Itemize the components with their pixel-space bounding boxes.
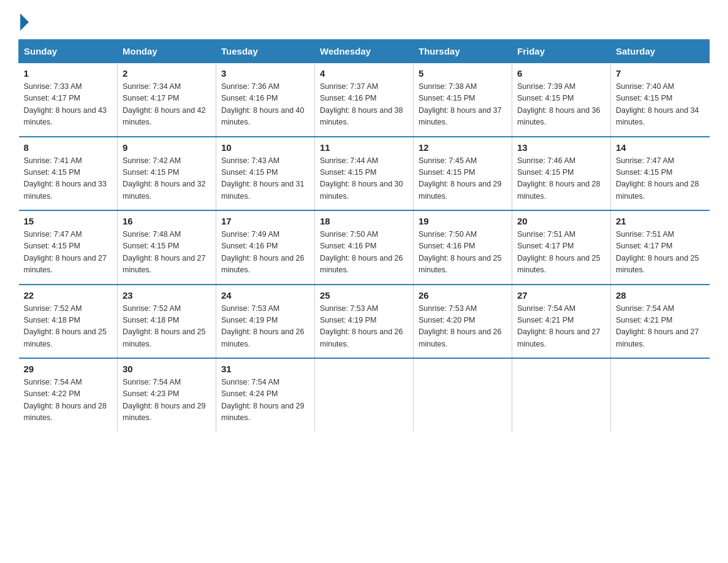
day-cell: 12 Sunrise: 7:45 AMSunset: 4:15 PMDaylig… [414, 137, 512, 211]
col-tuesday: Tuesday [216, 40, 315, 63]
day-cell: 17 Sunrise: 7:49 AMSunset: 4:16 PMDaylig… [216, 210, 315, 285]
day-info: Sunrise: 7:37 AMSunset: 4:16 PMDaylight:… [320, 82, 403, 126]
day-number: 16 [123, 216, 211, 226]
week-row-1: 1 Sunrise: 7:33 AMSunset: 4:17 PMDayligh… [19, 63, 710, 137]
day-info: Sunrise: 7:47 AMSunset: 4:15 PMDaylight:… [24, 230, 107, 274]
day-cell [414, 358, 512, 432]
day-cell: 27 Sunrise: 7:54 AMSunset: 4:21 PMDaylig… [512, 285, 611, 359]
day-info: Sunrise: 7:54 AMSunset: 4:22 PMDaylight:… [24, 378, 107, 422]
day-number: 21 [616, 216, 705, 226]
day-info: Sunrise: 7:53 AMSunset: 4:19 PMDaylight:… [320, 304, 403, 348]
day-info: Sunrise: 7:49 AMSunset: 4:16 PMDaylight:… [221, 230, 305, 274]
day-number: 26 [419, 290, 507, 301]
day-number: 1 [24, 68, 113, 79]
day-number: 4 [320, 68, 408, 79]
week-row-3: 15 Sunrise: 7:47 AMSunset: 4:15 PMDaylig… [19, 210, 710, 285]
day-info: Sunrise: 7:51 AMSunset: 4:17 PMDaylight:… [616, 230, 699, 274]
day-cell: 4 Sunrise: 7:37 AMSunset: 4:16 PMDayligh… [315, 63, 414, 137]
day-info: Sunrise: 7:48 AMSunset: 4:15 PMDaylight:… [123, 230, 206, 274]
day-cell: 24 Sunrise: 7:53 AMSunset: 4:19 PMDaylig… [216, 285, 315, 359]
calendar-table: Sunday Monday Tuesday Wednesday Thursday… [18, 39, 710, 432]
day-info: Sunrise: 7:39 AMSunset: 4:15 PMDaylight:… [517, 82, 601, 126]
day-info: Sunrise: 7:52 AMSunset: 4:18 PMDaylight:… [123, 304, 206, 348]
day-number: 31 [221, 364, 309, 374]
day-number: 28 [616, 290, 705, 301]
day-number: 6 [517, 68, 605, 79]
day-number: 7 [616, 68, 705, 79]
day-cell: 18 Sunrise: 7:50 AMSunset: 4:16 PMDaylig… [315, 210, 414, 285]
day-number: 19 [419, 216, 507, 226]
day-info: Sunrise: 7:52 AMSunset: 4:18 PMDaylight:… [24, 304, 107, 348]
day-info: Sunrise: 7:40 AMSunset: 4:15 PMDaylight:… [616, 82, 699, 126]
day-info: Sunrise: 7:36 AMSunset: 4:16 PMDaylight:… [221, 82, 305, 126]
logo [18, 12, 29, 28]
day-cell: 21 Sunrise: 7:51 AMSunset: 4:17 PMDaylig… [611, 210, 710, 285]
col-thursday: Thursday [414, 40, 512, 63]
col-wednesday: Wednesday [315, 40, 414, 63]
col-friday: Friday [512, 40, 611, 63]
day-number: 11 [320, 142, 408, 153]
day-cell: 20 Sunrise: 7:51 AMSunset: 4:17 PMDaylig… [512, 210, 611, 285]
day-number: 5 [419, 68, 507, 79]
day-cell: 10 Sunrise: 7:43 AMSunset: 4:15 PMDaylig… [216, 137, 315, 211]
day-cell [315, 358, 414, 432]
day-info: Sunrise: 7:50 AMSunset: 4:16 PMDaylight:… [320, 230, 403, 274]
day-info: Sunrise: 7:54 AMSunset: 4:21 PMDaylight:… [517, 304, 601, 348]
day-number: 17 [221, 216, 309, 226]
header-row: Sunday Monday Tuesday Wednesday Thursday… [19, 40, 710, 63]
day-info: Sunrise: 7:42 AMSunset: 4:15 PMDaylight:… [123, 156, 206, 201]
day-cell [512, 358, 611, 432]
day-info: Sunrise: 7:43 AMSunset: 4:15 PMDaylight:… [221, 156, 305, 201]
day-cell [611, 358, 710, 432]
day-info: Sunrise: 7:54 AMSunset: 4:21 PMDaylight:… [616, 304, 699, 348]
day-number: 25 [320, 290, 408, 301]
day-number: 8 [24, 142, 113, 153]
week-row-2: 8 Sunrise: 7:41 AMSunset: 4:15 PMDayligh… [19, 137, 710, 211]
day-cell: 15 Sunrise: 7:47 AMSunset: 4:15 PMDaylig… [19, 210, 118, 285]
col-monday: Monday [118, 40, 216, 63]
day-cell: 25 Sunrise: 7:53 AMSunset: 4:19 PMDaylig… [315, 285, 414, 359]
col-saturday: Saturday [611, 40, 710, 63]
day-info: Sunrise: 7:45 AMSunset: 4:15 PMDaylight:… [419, 156, 502, 201]
day-number: 9 [123, 142, 211, 153]
day-cell: 7 Sunrise: 7:40 AMSunset: 4:15 PMDayligh… [611, 63, 710, 137]
day-cell: 23 Sunrise: 7:52 AMSunset: 4:18 PMDaylig… [118, 285, 216, 359]
day-info: Sunrise: 7:33 AMSunset: 4:17 PMDaylight:… [24, 82, 107, 126]
day-info: Sunrise: 7:54 AMSunset: 4:24 PMDaylight:… [221, 378, 305, 422]
day-number: 30 [123, 364, 211, 374]
day-cell: 22 Sunrise: 7:52 AMSunset: 4:18 PMDaylig… [19, 285, 118, 359]
day-cell: 31 Sunrise: 7:54 AMSunset: 4:24 PMDaylig… [216, 358, 315, 432]
day-number: 2 [123, 68, 211, 79]
day-number: 24 [221, 290, 309, 301]
day-cell: 11 Sunrise: 7:44 AMSunset: 4:15 PMDaylig… [315, 137, 414, 211]
day-info: Sunrise: 7:44 AMSunset: 4:15 PMDaylight:… [320, 156, 403, 201]
day-cell: 3 Sunrise: 7:36 AMSunset: 4:16 PMDayligh… [216, 63, 315, 137]
day-number: 10 [221, 142, 309, 153]
logo-triangle-icon [20, 13, 29, 31]
day-cell: 13 Sunrise: 7:46 AMSunset: 4:15 PMDaylig… [512, 137, 611, 211]
day-info: Sunrise: 7:34 AMSunset: 4:17 PMDaylight:… [123, 82, 206, 126]
day-cell: 8 Sunrise: 7:41 AMSunset: 4:15 PMDayligh… [19, 137, 118, 211]
day-number: 12 [419, 142, 507, 153]
day-number: 18 [320, 216, 408, 226]
day-number: 14 [616, 142, 705, 153]
week-row-4: 22 Sunrise: 7:52 AMSunset: 4:18 PMDaylig… [19, 285, 710, 359]
day-cell: 16 Sunrise: 7:48 AMSunset: 4:15 PMDaylig… [118, 210, 216, 285]
day-number: 3 [221, 68, 309, 79]
day-cell: 6 Sunrise: 7:39 AMSunset: 4:15 PMDayligh… [512, 63, 611, 137]
day-info: Sunrise: 7:53 AMSunset: 4:19 PMDaylight:… [221, 304, 305, 348]
day-info: Sunrise: 7:47 AMSunset: 4:15 PMDaylight:… [616, 156, 699, 201]
day-cell: 9 Sunrise: 7:42 AMSunset: 4:15 PMDayligh… [118, 137, 216, 211]
day-cell: 1 Sunrise: 7:33 AMSunset: 4:17 PMDayligh… [19, 63, 118, 137]
day-number: 29 [24, 364, 113, 374]
page-header [18, 12, 710, 28]
day-number: 15 [24, 216, 113, 226]
day-info: Sunrise: 7:38 AMSunset: 4:15 PMDaylight:… [419, 82, 502, 126]
day-number: 27 [517, 290, 605, 301]
day-cell: 14 Sunrise: 7:47 AMSunset: 4:15 PMDaylig… [611, 137, 710, 211]
day-cell: 29 Sunrise: 7:54 AMSunset: 4:22 PMDaylig… [19, 358, 118, 432]
day-number: 13 [517, 142, 605, 153]
day-number: 22 [24, 290, 113, 301]
day-number: 20 [517, 216, 605, 226]
week-row-5: 29 Sunrise: 7:54 AMSunset: 4:22 PMDaylig… [19, 358, 710, 432]
